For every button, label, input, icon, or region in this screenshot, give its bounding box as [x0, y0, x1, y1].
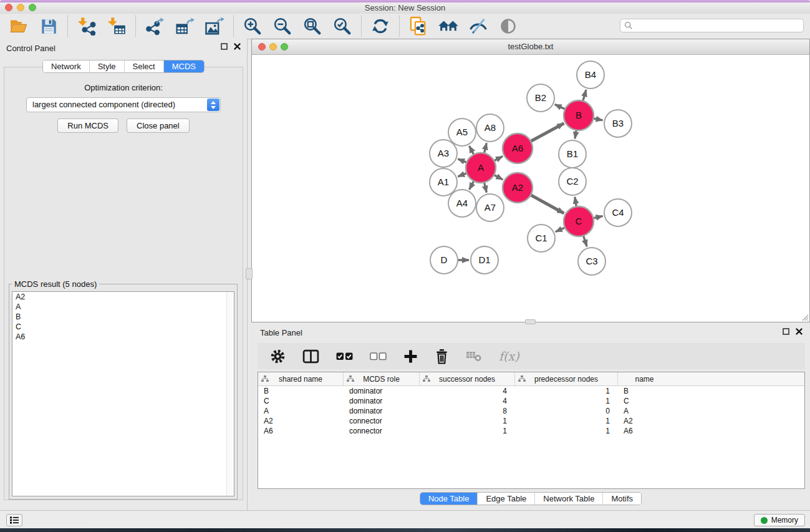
close-panel-button[interactable]: Close panel	[127, 118, 190, 133]
graph-node-D1[interactable]: D1	[471, 246, 498, 274]
svg-text:C3: C3	[586, 256, 597, 266]
graph-node-C[interactable]: C	[564, 206, 594, 236]
column-header[interactable]: shared name	[258, 372, 344, 385]
graph-node-B1[interactable]: B1	[559, 140, 586, 168]
table-row[interactable]: Adominator80A	[258, 406, 804, 416]
task-history-button[interactable]	[6, 514, 22, 526]
tab-select[interactable]: Select	[124, 60, 163, 72]
duplicate-network-button[interactable]	[408, 16, 429, 36]
column-header[interactable]: successor nodes	[420, 372, 515, 385]
mcds-result-item[interactable]: A6	[12, 332, 234, 342]
mcds-result-groupbox: MCDS result (5 nodes) A2ABCA6	[9, 284, 238, 500]
table-row[interactable]: A2connector11A2	[258, 416, 804, 426]
zoom-in-button[interactable]	[242, 16, 263, 36]
graph-node-C1[interactable]: C1	[528, 225, 555, 252]
delete-table-icon[interactable]	[466, 351, 482, 362]
mcds-result-scrollbar[interactable]	[226, 292, 234, 496]
export-table-button[interactable]	[174, 16, 195, 36]
graph-node-B3[interactable]: B3	[604, 110, 632, 137]
float-panel-icon[interactable]	[221, 43, 228, 50]
column-header[interactable]: MCDS role	[344, 372, 420, 385]
tab-network[interactable]: Network	[43, 60, 89, 72]
home-button[interactable]	[438, 16, 459, 36]
tab-motifs[interactable]: Motifs	[602, 493, 641, 505]
graph-node-A[interactable]: A	[466, 153, 496, 183]
network-window-titlebar[interactable]: testGlobe.txt	[252, 39, 809, 55]
close-panel-icon[interactable]	[234, 43, 241, 50]
table-row[interactable]: Bdominator41B	[258, 386, 804, 396]
search-input[interactable]	[636, 21, 799, 31]
criterion-dropdown[interactable]: largest connected component (directed)	[26, 97, 221, 112]
vertical-split-handle[interactable]	[246, 268, 253, 279]
network-graph[interactable]: B4B2BB3A8A5A6B1A3AA1C2A2A4A7C4CC1C3DD1	[252, 54, 809, 322]
run-mcds-button[interactable]: Run MCDS	[57, 118, 118, 133]
zoom-fit-button[interactable]	[302, 16, 323, 36]
graph-node-A7[interactable]: A7	[476, 194, 504, 221]
network-zoom-button[interactable]	[281, 43, 288, 51]
delete-icon[interactable]	[435, 349, 449, 364]
tab-mcds[interactable]: MCDS	[163, 60, 204, 72]
hide-graphics-details-icon	[469, 17, 488, 35]
graph-node-A3[interactable]: A3	[430, 140, 457, 167]
mcds-result-item[interactable]: A	[12, 302, 234, 312]
import-network-button[interactable]	[76, 16, 97, 36]
export-image-icon	[205, 17, 224, 36]
graph-node-A1[interactable]: A1	[430, 168, 457, 196]
add-column-icon[interactable]	[403, 349, 418, 364]
memory-button[interactable]: Memory	[754, 514, 805, 526]
horizontal-split-handle[interactable]	[525, 319, 536, 324]
graph-node-A8[interactable]: A8	[476, 114, 504, 142]
table-panel-title: Table Panel	[260, 328, 302, 337]
hide-graphics-details-button[interactable]	[468, 16, 489, 36]
float-panel-icon[interactable]	[783, 328, 789, 335]
graph-node-C2[interactable]: C2	[559, 168, 586, 195]
resize-grip-icon[interactable]	[801, 313, 809, 321]
control-panel: Control Panel NetworkStyleSelectMCDS Opt…	[0, 39, 248, 510]
network-minimize-button[interactable]	[269, 43, 277, 51]
refresh-layout-button[interactable]	[370, 16, 391, 36]
graph-node-B2[interactable]: B2	[527, 84, 554, 112]
export-network-button[interactable]	[144, 16, 165, 36]
graph-node-A4[interactable]: A4	[448, 190, 476, 217]
mcds-result-item[interactable]: B	[12, 312, 234, 322]
minimize-window-button[interactable]	[17, 4, 24, 11]
zoom-out-button[interactable]	[272, 16, 293, 36]
tab-network-table[interactable]: Network Table	[534, 493, 602, 505]
mcds-result-item[interactable]: C	[12, 322, 234, 332]
zoom-selected-button[interactable]	[332, 16, 353, 36]
graph-node-A5[interactable]: A5	[448, 118, 476, 146]
graph-node-B4[interactable]: B4	[577, 61, 604, 89]
select-all-icon[interactable]	[336, 352, 353, 360]
function-builder-icon[interactable]: f(x)	[499, 349, 519, 363]
close-panel-icon[interactable]	[796, 328, 803, 335]
graph-node-A6[interactable]: A6	[503, 133, 533, 163]
show-graphics-details-button[interactable]	[498, 16, 519, 36]
mcds-result-item[interactable]: A2	[12, 292, 234, 302]
table-toolbar: f(x)	[258, 343, 805, 369]
import-table-button[interactable]	[106, 16, 127, 36]
tab-edge-table[interactable]: Edge Table	[477, 493, 534, 505]
deselect-all-icon[interactable]	[370, 352, 387, 360]
export-image-button[interactable]	[204, 16, 225, 36]
table-row[interactable]: Cdominator41C	[258, 396, 804, 406]
graph-node-D[interactable]: D	[430, 246, 458, 274]
open-file-button[interactable]	[8, 16, 29, 36]
close-window-button[interactable]	[5, 4, 12, 11]
graph-node-C3[interactable]: C3	[578, 248, 605, 275]
table-row[interactable]: A6connector11A6	[258, 426, 804, 436]
home-icon	[438, 18, 459, 34]
graph-node-A2[interactable]: A2	[503, 173, 533, 203]
tab-node-table[interactable]: Node Table	[420, 493, 478, 505]
zoom-window-button[interactable]	[29, 4, 36, 11]
graph-node-C4[interactable]: C4	[604, 199, 632, 226]
column-header[interactable]: predecessor nodes	[515, 372, 618, 385]
columns-icon[interactable]	[302, 349, 319, 364]
save-session-button[interactable]	[38, 16, 59, 36]
memory-status-icon	[761, 517, 768, 524]
gear-icon[interactable]	[270, 349, 286, 364]
tab-style[interactable]: Style	[89, 60, 124, 72]
column-header[interactable]: name	[618, 372, 671, 385]
graph-node-B[interactable]: B	[564, 100, 594, 130]
svg-text:A6: A6	[512, 143, 523, 153]
network-close-button[interactable]	[258, 43, 266, 51]
